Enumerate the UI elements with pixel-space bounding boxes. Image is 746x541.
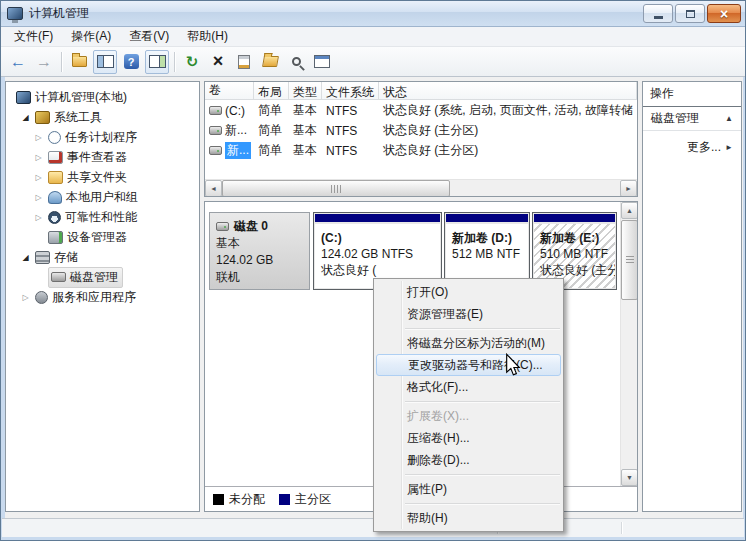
shared-folders-icon	[48, 171, 63, 184]
scroll-down-icon[interactable]: ▼	[621, 469, 638, 486]
help-button[interactable]	[119, 50, 143, 74]
minimize-button[interactable]	[643, 4, 673, 23]
tree-item-label: 存储	[54, 249, 78, 266]
help-topics-button[interactable]	[310, 50, 334, 74]
refresh-icon	[186, 53, 199, 71]
tree-item-label: 可靠性和性能	[65, 209, 137, 226]
folder-button[interactable]	[67, 50, 91, 74]
scroll-left-icon[interactable]: ◄	[205, 180, 222, 197]
partition-size: 124.02 GB NTFS	[321, 246, 440, 262]
maximize-button[interactable]	[675, 4, 705, 23]
partition-size: 512 MB NTF	[452, 246, 528, 262]
volume-type: 基本	[289, 142, 322, 159]
menu-item-open[interactable]: 打开(O)	[374, 281, 563, 303]
volume-row-c[interactable]: (C:) 简单 基本 NTFS 状态良好 (系统, 启动, 页面文件, 活动, …	[205, 101, 637, 120]
find-icon	[292, 57, 301, 66]
properties-button[interactable]	[232, 50, 256, 74]
volume-row-d[interactable]: 新... 简单 基本 NTFS 状态良好 (主分区)	[205, 121, 637, 140]
tree-item-device-manager[interactable]: 设备管理器	[6, 227, 199, 247]
show-console-tree-button[interactable]	[93, 50, 117, 74]
tree-item-reliability-performance[interactable]: ▷ 可靠性和性能	[6, 207, 199, 227]
collapse-icon[interactable]: ▲	[725, 114, 733, 123]
scroll-right-icon[interactable]: ►	[620, 180, 637, 197]
tree-item-task-scheduler[interactable]: ▷ 任务计划程序	[6, 127, 199, 147]
tree-item-services-applications[interactable]: ▷ 服务和应用程序	[6, 287, 199, 307]
partition-name: (C:)	[321, 230, 440, 246]
performance-icon	[48, 211, 61, 224]
tree-expander-collapsed-icon[interactable]: ▷	[33, 213, 44, 222]
column-header-type[interactable]: 类型	[289, 82, 322, 99]
back-button[interactable]: ←	[6, 50, 30, 74]
tree-expander-collapsed-icon[interactable]: ▷	[33, 173, 44, 182]
volume-name: (C:)	[225, 104, 245, 118]
menu-item-explorer[interactable]: 资源管理器(E)	[374, 303, 563, 325]
menu-item-shrink-volume[interactable]: 压缩卷(H)...	[374, 427, 563, 449]
menu-item-format[interactable]: 格式化(F)...	[374, 376, 563, 398]
menu-help[interactable]: 帮助(H)	[178, 26, 237, 47]
menu-item-mark-partition-active[interactable]: 将磁盘分区标为活动的(M)	[374, 332, 563, 354]
open-folder-icon	[262, 56, 279, 67]
column-header-volume[interactable]: 卷	[205, 82, 254, 99]
tree-item-label: 系统工具	[54, 109, 102, 126]
menu-item-change-drive-letter[interactable]: 更改驱动器号和路径(C)...	[376, 354, 561, 376]
app-icon	[7, 7, 23, 20]
show-action-pane-button[interactable]	[145, 50, 169, 74]
scrollbar-thumb[interactable]	[222, 180, 450, 197]
help-topics-icon	[314, 55, 330, 68]
computer-icon	[16, 91, 31, 104]
window-title: 计算机管理	[29, 5, 641, 22]
forward-button[interactable]: →	[32, 50, 56, 74]
disk-management-icon	[51, 272, 66, 282]
volume-name: 新...	[225, 122, 247, 139]
close-button[interactable]	[707, 4, 741, 23]
find-button[interactable]	[284, 50, 308, 74]
menu-item-delete-volume[interactable]: 删除卷(D)...	[374, 449, 563, 471]
menu-file[interactable]: 文件(F)	[5, 26, 62, 47]
volume-type: 基本	[289, 122, 322, 139]
properties-icon	[238, 55, 250, 69]
tree-expander-collapsed-icon[interactable]: ▷	[33, 133, 44, 142]
tree-expander-expanded-icon[interactable]: ◢	[20, 113, 31, 122]
tree-item-system-tools[interactable]: ◢ 系统工具	[6, 107, 199, 127]
column-header-filesystem[interactable]: 文件系统	[322, 82, 379, 99]
volume-icon	[209, 126, 222, 135]
tree-expander-collapsed-icon[interactable]: ▷	[33, 153, 44, 162]
help-icon	[124, 54, 139, 69]
menu-item-properties[interactable]: 属性(P)	[374, 478, 563, 500]
scrollbar-thumb[interactable]	[621, 220, 638, 300]
tree-expander-expanded-icon[interactable]: ◢	[20, 253, 31, 262]
menu-item-help[interactable]: 帮助(H)	[374, 507, 563, 529]
services-icon	[35, 291, 48, 304]
menu-action[interactable]: 操作(A)	[62, 26, 120, 47]
disk-size: 124.02 GB	[216, 252, 309, 269]
tree-item-storage[interactable]: ◢ 存储	[6, 247, 199, 267]
titlebar[interactable]: 计算机管理	[1, 1, 746, 27]
tree-item-local-users-groups[interactable]: ▷ 本地用户和组	[6, 187, 199, 207]
tree-item-event-viewer[interactable]: ▷ 事件查看器	[6, 147, 199, 167]
vertical-scrollbar[interactable]: ▲ ▼	[620, 202, 637, 486]
tree-item-disk-management[interactable]: 磁盘管理	[6, 267, 199, 287]
console-tree-icon	[97, 55, 114, 68]
tree-item-shared-folders[interactable]: ▷ 共享文件夹	[6, 167, 199, 187]
partition-name: 新加卷 (E:)	[540, 230, 615, 246]
actions-more-button[interactable]: 更多... ►	[643, 135, 741, 159]
column-header-layout[interactable]: 布局	[254, 82, 289, 99]
tree-item-computer-management[interactable]: 计算机管理(本地)	[6, 87, 199, 107]
back-icon: ←	[10, 54, 26, 70]
refresh-button[interactable]	[180, 50, 204, 74]
scroll-up-icon[interactable]: ▲	[621, 202, 638, 219]
tree-expander-collapsed-icon[interactable]: ▷	[33, 193, 44, 202]
delete-button[interactable]	[206, 50, 230, 74]
tree-item-label: 事件查看器	[67, 149, 127, 166]
disk0-header[interactable]: 磁盘 0 基本 124.02 GB 联机	[209, 212, 310, 290]
volume-name-selected: 新...	[225, 142, 251, 159]
open-button[interactable]	[258, 50, 282, 74]
column-header-status[interactable]: 状态	[379, 82, 637, 99]
system-tools-icon	[35, 111, 50, 124]
horizontal-scrollbar[interactable]: ◄ ►	[205, 179, 637, 196]
actions-group-disk-management[interactable]: 磁盘管理 ▲	[643, 107, 741, 131]
volume-row-e-selected[interactable]: 新... 简单 基本 NTFS 状态良好 (主分区)	[205, 141, 637, 160]
tree-expander-collapsed-icon[interactable]: ▷	[20, 293, 31, 302]
menu-view[interactable]: 查看(V)	[120, 26, 178, 47]
tree-item-label: 设备管理器	[67, 229, 127, 246]
